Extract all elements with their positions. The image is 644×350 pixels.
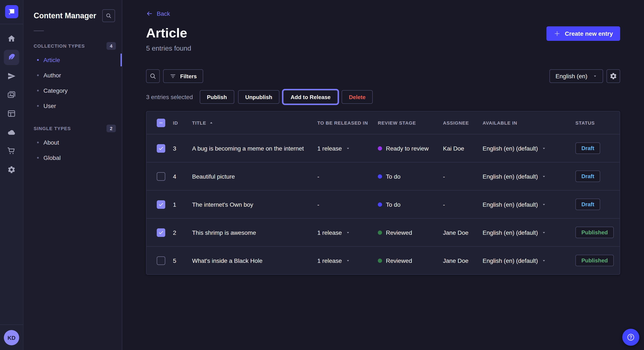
column-header-to-be-released-in[interactable]: TO BE RELEASED IN xyxy=(317,120,378,125)
column-header-id[interactable]: ID xyxy=(173,120,192,125)
table-search-button[interactable] xyxy=(146,69,160,83)
status-badge: Published xyxy=(576,227,614,238)
cell-status: Draft xyxy=(576,171,620,182)
table-row: 3A bug is becoming a meme on the interne… xyxy=(146,134,620,162)
create-new-entry-label: Create new entry xyxy=(565,30,613,37)
cell-available-in[interactable]: English (en) (default) xyxy=(482,145,576,152)
cell-assignee: - xyxy=(443,173,482,180)
cell-available-in[interactable]: English (en) (default) xyxy=(482,257,576,264)
rail-item-content-type-builder[interactable] xyxy=(4,106,19,121)
sidebar-item-about[interactable]: About xyxy=(24,135,122,150)
column-header-available-in[interactable]: AVAILABLE IN xyxy=(482,120,576,125)
feather-icon xyxy=(7,53,16,62)
nav-rail: KD xyxy=(0,0,24,350)
delete-button[interactable]: Delete xyxy=(342,90,373,104)
view-settings-button[interactable] xyxy=(606,69,620,83)
row-checkbox[interactable] xyxy=(157,228,165,237)
nav-rail-items xyxy=(4,31,19,177)
sidebar-item-label: About xyxy=(44,139,59,146)
rail-item-marketplace[interactable] xyxy=(4,143,19,159)
filter-icon xyxy=(170,73,176,80)
cell-available-in[interactable]: English (en) (default) xyxy=(482,201,576,208)
cell-title: This shrimp is awesome xyxy=(192,229,317,236)
check-icon xyxy=(158,229,164,235)
strapi-logo[interactable] xyxy=(5,5,18,18)
rail-item-settings[interactable] xyxy=(4,162,19,177)
rail-item-media-library[interactable] xyxy=(4,87,19,103)
sidebar-item-category[interactable]: Category xyxy=(24,83,122,98)
rail-divider xyxy=(0,24,23,24)
chevron-down-icon xyxy=(346,258,350,263)
rail-bottom: KD xyxy=(0,325,23,350)
filters-label: Filters xyxy=(180,73,197,79)
indeterminate-icon xyxy=(158,120,164,125)
cell-status: Published xyxy=(576,255,620,266)
cell-status: Published xyxy=(576,227,620,238)
row-checkbox[interactable] xyxy=(157,256,165,265)
column-header-title-label: TITLE xyxy=(192,120,206,125)
cart-icon xyxy=(7,147,16,155)
section-count-badge: 4 xyxy=(106,42,116,50)
chevron-down-icon xyxy=(593,74,597,78)
cell-title: The internet's Own boy xyxy=(192,201,317,208)
cell-id: 1 xyxy=(173,201,192,208)
bullet-icon xyxy=(37,157,39,159)
create-new-entry-button[interactable]: Create new entry xyxy=(546,26,620,41)
selection-count: 3 entries selected xyxy=(146,94,193,100)
filters-button[interactable]: Filters xyxy=(163,69,203,83)
chevron-down-icon xyxy=(542,174,546,178)
stage-dot-icon xyxy=(378,258,382,263)
cell-id: 3 xyxy=(173,145,192,152)
help-button[interactable] xyxy=(622,329,639,346)
rail-item-home[interactable] xyxy=(4,31,19,46)
unpublish-button[interactable]: Unpublish xyxy=(238,90,280,104)
sort-asc-icon[interactable] xyxy=(209,121,214,125)
rail-item-content-manager[interactable] xyxy=(4,50,19,65)
add-to-release-button[interactable]: Add to Release xyxy=(283,90,338,104)
avatar[interactable]: KD xyxy=(4,330,19,345)
locale-select[interactable]: English (en) xyxy=(550,69,603,83)
cell-release[interactable]: 1 release xyxy=(317,257,378,264)
row-checkbox[interactable] xyxy=(157,172,165,180)
select-all-checkbox[interactable] xyxy=(157,118,165,127)
sidebar-item-author[interactable]: Author xyxy=(24,68,122,83)
sidebar-search-button[interactable] xyxy=(102,9,115,22)
cell-available-in[interactable]: English (en) (default) xyxy=(482,229,576,236)
cell-id: 5 xyxy=(173,257,192,264)
sidebar-item-label: User xyxy=(44,103,56,109)
cloud-icon xyxy=(7,128,16,137)
column-header-assignee[interactable]: ASSIGNEE xyxy=(443,120,482,125)
entries-table: ID TITLE TO BE RELEASED IN REVIEW STAGE … xyxy=(146,111,620,275)
page-header-text: Article 5 entries found xyxy=(146,25,191,52)
row-checkbox[interactable] xyxy=(157,144,165,153)
sidebar-sections: COLLECTION TYPES4ArticleAuthorCategoryUs… xyxy=(24,42,122,166)
cell-release: - xyxy=(317,201,378,208)
table-row: 1The internet's Own boy-To do-English (e… xyxy=(146,190,620,218)
sidebar-item-global[interactable]: Global xyxy=(24,150,122,166)
check-icon xyxy=(158,145,164,151)
column-header-status[interactable]: STATUS xyxy=(576,120,620,125)
sidebar-item-user[interactable]: User xyxy=(24,98,122,114)
images-icon xyxy=(7,91,16,99)
sidebar-title: Content Manager xyxy=(34,11,96,20)
rail-item-releases[interactable] xyxy=(4,68,19,84)
chevron-down-icon xyxy=(542,258,546,263)
entries-count: 5 entries found xyxy=(146,45,191,52)
chevron-down-icon xyxy=(346,230,350,234)
sidebar-section: SINGLE TYPES2AboutGlobal xyxy=(24,125,122,166)
stage-dot-icon xyxy=(378,230,382,234)
cell-release: - xyxy=(317,173,378,180)
row-checkbox[interactable] xyxy=(157,200,165,209)
back-link[interactable]: Back xyxy=(146,10,170,17)
sidebar-item-article[interactable]: Article xyxy=(24,52,122,68)
page-header: Article 5 entries found Create new entry xyxy=(146,25,620,52)
cell-release[interactable]: 1 release xyxy=(317,145,378,152)
column-header-review-stage[interactable]: REVIEW STAGE xyxy=(378,120,443,125)
rail-item-deploy[interactable] xyxy=(4,125,19,140)
publish-button[interactable]: Publish xyxy=(200,90,234,104)
cell-release[interactable]: 1 release xyxy=(317,229,378,236)
column-header-title[interactable]: TITLE xyxy=(192,120,317,125)
gear-icon xyxy=(610,72,617,80)
cell-available-in[interactable]: English (en) (default) xyxy=(482,173,576,180)
cell-id: 4 xyxy=(173,173,192,180)
